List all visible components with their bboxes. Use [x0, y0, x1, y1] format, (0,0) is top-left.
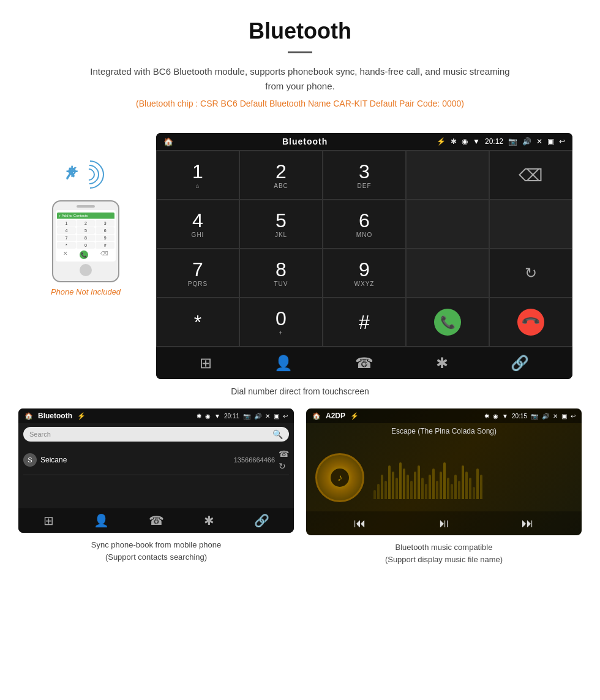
dial-key-6[interactable]: 6MNO [323, 200, 406, 249]
music-win-icon[interactable]: ▣ [561, 413, 567, 420]
prev-btn[interactable]: ⏮ [354, 516, 366, 530]
dial-key-2[interactable]: 2ABC [239, 151, 323, 200]
dialpad-statusbar: 🏠 Bluetooth ⚡ ✱ ◉ ▼ 20:12 📷 🔊 ✕ ▣ ↩ [156, 133, 572, 150]
dial-key-7[interactable]: 7PQRS [156, 249, 239, 298]
pb-home-icon[interactable]: 🏠 [24, 412, 33, 420]
pb-refresh-icon[interactable]: ↻ [279, 461, 289, 471]
phone-not-included-label: Phone Not Included [51, 287, 121, 296]
close-icon[interactable]: ✕ [536, 137, 542, 146]
specs-line: (Bluetooth chip : CSR BC6 Default Blueto… [12, 99, 588, 108]
dial-cell-empty-2 [406, 200, 489, 249]
dial-key-5[interactable]: 5JKL [239, 200, 323, 249]
dialpad-grid: 1⌂ 2ABC 3DEF ⌫ 4GHI 5JKL 6MNO [156, 150, 572, 347]
next-btn[interactable]: ⏭ [522, 516, 534, 530]
pb-search-placeholder: Search [29, 431, 51, 438]
pb-toolbar-grid[interactable]: ⊞ [43, 513, 54, 528]
music-caption-2: (Support display music file name) [385, 555, 503, 564]
back-icon[interactable]: ↩ [559, 137, 565, 146]
camera-icon[interactable]: 📷 [508, 137, 517, 146]
pb-usb-icon: ⚡ [77, 412, 86, 420]
toolbar-contacts-icon[interactable]: 👤 [274, 355, 293, 372]
phone-speaker [77, 205, 95, 208]
page-title: Bluetooth [12, 18, 588, 44]
dial-key-0[interactable]: 0+ [239, 298, 323, 347]
dial-key-9[interactable]: 9WXYZ [323, 249, 406, 298]
pb-close-icon[interactable]: ✕ [265, 413, 270, 420]
signal-icon: ▼ [473, 137, 480, 146]
dial-cell-empty-3 [489, 200, 572, 249]
window-icon[interactable]: ▣ [547, 137, 554, 146]
pb-search-bar[interactable]: Search 🔍 [23, 427, 289, 442]
music-statusbar: 🏠 A2DP ⚡ ✱ ◉ ▼ 20:15 📷 🔊 ✕ ▣ ↩ [306, 408, 582, 423]
pb-status-left: 🏠 Bluetooth ⚡ [24, 412, 86, 420]
music-close-icon[interactable]: ✕ [553, 413, 558, 420]
play-pause-btn[interactable]: ⏯ [438, 516, 450, 530]
dial-key-4[interactable]: 4GHI [156, 200, 239, 249]
phone-illustration: + Add to Contacts 1 2 3 4 5 6 7 8 9 * 0 … [52, 200, 119, 282]
song-title: Escape (The Pina Colada Song) [313, 427, 574, 435]
dial-end-btn[interactable]: 📞 [489, 298, 572, 347]
music-title: A2DP [326, 412, 345, 420]
phone-key-3: 3 [96, 220, 114, 227]
eq-bar-14 [425, 484, 427, 499]
dial-call-btn[interactable]: 📞 [406, 298, 489, 347]
pb-caption-2: (Support contacts searching) [105, 552, 207, 562]
pb-toolbar-link[interactable]: 🔗 [254, 513, 269, 528]
phone-call-btn: 📞 [80, 250, 88, 259]
volume-icon[interactable]: 🔊 [522, 137, 531, 146]
pb-toolbar-bt[interactable]: ✱ [204, 513, 214, 528]
search-icon[interactable]: 🔍 [272, 429, 283, 439]
dial-key-hash[interactable]: # [323, 298, 406, 347]
bt-status-icon: ✱ [451, 137, 457, 146]
dial-key-1[interactable]: 1⌂ [156, 151, 239, 200]
music-cam-icon[interactable]: 📷 [531, 413, 538, 420]
dial-key-star[interactable]: * [156, 298, 239, 347]
eq-bars [373, 453, 572, 502]
location-icon: ◉ [462, 137, 468, 146]
eq-bar-13 [421, 478, 424, 499]
pb-vol-icon[interactable]: 🔊 [254, 413, 261, 420]
pb-statusbar: 🏠 Bluetooth ⚡ ✱ ◉ ▼ 20:11 📷 🔊 ✕ ▣ ↩ [18, 408, 294, 423]
pb-win-icon[interactable]: ▣ [274, 413, 279, 420]
music-time: 20:15 [512, 413, 527, 420]
pb-toolbar-contact[interactable]: 👤 [94, 513, 109, 528]
eq-bar-11 [414, 472, 416, 499]
pb-avatar: S [23, 453, 37, 467]
pb-toolbar-call[interactable]: ☎ [149, 513, 164, 528]
equalizer-area [373, 453, 572, 502]
music-note-icon: ♪ [337, 472, 342, 483]
phone-key-1: 1 [57, 220, 76, 227]
toolbar-call-icon[interactable]: ☎ [355, 355, 373, 372]
eq-bar-23 [458, 481, 460, 499]
dial-key-8[interactable]: 8TUV [239, 249, 323, 298]
status-left: 🏠 [163, 137, 173, 146]
pb-contact-number: 13566664466 [234, 456, 275, 464]
dialpad-toolbar: ⊞ 👤 ☎ ✱ 🔗 [156, 347, 572, 379]
home-icon[interactable]: 🏠 [163, 137, 173, 146]
dial-refresh-btn[interactable]: ↻ [489, 249, 572, 298]
eq-bar-0 [373, 490, 376, 499]
eq-bar-4 [388, 465, 391, 499]
title-divider [288, 51, 312, 53]
pb-status-right: ✱ ◉ ▼ 20:11 📷 🔊 ✕ ▣ ↩ [197, 413, 288, 420]
phone-key-star: * [57, 242, 76, 249]
music-back-icon[interactable]: ↩ [571, 413, 576, 420]
pb-back-icon[interactable]: ↩ [283, 413, 288, 420]
main-section: ✗ ⌖ + Add to Contacts 1 2 3 4 5 [0, 127, 600, 379]
toolbar-grid-icon[interactable]: ⊞ [200, 355, 212, 372]
music-home-icon[interactable]: 🏠 [312, 412, 321, 420]
dial-key-3[interactable]: 3DEF [323, 151, 406, 200]
dial-backspace-btn[interactable]: ⌫ [489, 151, 572, 200]
phone-top-bar [56, 205, 116, 208]
pb-cam-icon[interactable]: 📷 [243, 413, 250, 420]
toolbar-bt-icon[interactable]: ✱ [436, 355, 448, 372]
usb-icon: ⚡ [437, 137, 446, 146]
music-vol-icon[interactable]: 🔊 [542, 413, 549, 420]
pb-call-icon[interactable]: ☎ [279, 449, 289, 459]
phonebook-caption: Sync phone-book from mobile phone (Suppo… [18, 539, 294, 563]
phone-key-7: 7 [57, 235, 76, 241]
phone-screen-header: + Add to Contacts [57, 213, 114, 219]
eq-bar-16 [432, 469, 435, 499]
music-panel: 🏠 A2DP ⚡ ✱ ◉ ▼ 20:15 📷 🔊 ✕ ▣ ↩ Escape [306, 408, 582, 565]
toolbar-link-icon[interactable]: 🔗 [511, 355, 529, 372]
